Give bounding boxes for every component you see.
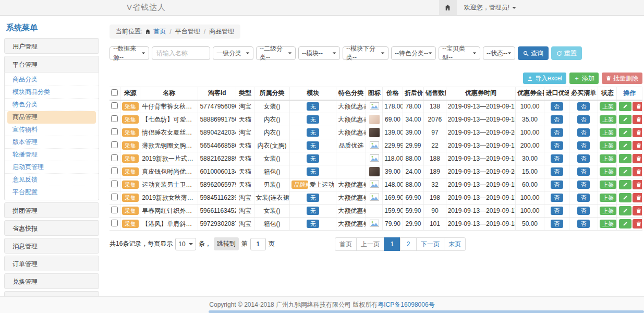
filter-select[interactable]: --状态-- [483, 46, 515, 60]
sidebar-panel-header[interactable]: 消息管理 [4, 238, 99, 254]
must-buy-toggle[interactable]: 否 [577, 180, 590, 189]
must-buy-toggle[interactable]: 否 [577, 207, 590, 215]
sidebar-panel-header[interactable]: 省惠快报 [4, 220, 99, 236]
sidebar-item[interactable]: 版本管理 [5, 136, 99, 149]
reset-button[interactable]: 重置 [551, 46, 582, 60]
must-buy-toggle[interactable]: 否 [577, 154, 590, 163]
sidebar-panel-header[interactable]: 统计管理 [4, 291, 99, 296]
import-select-toggle[interactable]: 否 [551, 180, 563, 189]
jump-button[interactable]: 跳转到 [214, 237, 239, 250]
status-badge[interactable]: 上架 [600, 194, 616, 202]
edit-button[interactable] [619, 206, 631, 215]
status-badge[interactable]: 上架 [600, 220, 616, 228]
sidebar-item[interactable]: 模块商品分类 [5, 86, 99, 99]
import-select-toggle[interactable]: 否 [551, 102, 563, 111]
must-buy-toggle[interactable]: 否 [577, 194, 590, 202]
status-badge[interactable]: 上架 [600, 180, 616, 189]
select-all-checkbox[interactable] [111, 89, 118, 96]
import-select-toggle[interactable]: 否 [551, 141, 563, 150]
page-button[interactable]: 首页 [335, 237, 357, 251]
delete-button[interactable] [633, 141, 642, 150]
delete-button[interactable] [633, 193, 642, 202]
filter-select[interactable]: --模块-- [298, 46, 340, 60]
sidebar-panel-header[interactable]: 拼团管理 [4, 202, 99, 218]
add-button[interactable]: ＋ 添加 [569, 73, 599, 84]
name-search-input[interactable] [152, 46, 210, 60]
import-select-toggle[interactable]: 否 [551, 194, 563, 202]
row-checkbox[interactable] [111, 141, 118, 148]
module-none-badge[interactable]: 无 [307, 167, 319, 176]
status-badge[interactable]: 上架 [600, 128, 616, 137]
import-select-toggle[interactable]: 否 [551, 128, 563, 137]
edit-button[interactable] [619, 193, 631, 202]
filter-select[interactable]: --模块下分类-- [343, 46, 388, 60]
row-checkbox[interactable] [111, 154, 118, 161]
sidebar-item[interactable]: 宣传物料 [5, 124, 99, 136]
delete-button[interactable] [633, 167, 642, 176]
import-select-toggle[interactable]: 否 [551, 220, 563, 228]
filter-select[interactable]: --宝贝类型-- [439, 46, 480, 60]
module-none-badge[interactable]: 无 [307, 102, 319, 111]
row-checkbox[interactable] [111, 115, 118, 122]
edit-button[interactable] [619, 128, 631, 137]
filter-select[interactable]: --二级分类-- [256, 46, 296, 60]
edit-button[interactable] [619, 115, 631, 124]
sidebar-item[interactable]: 轮播管理 [5, 149, 99, 161]
module-none-badge[interactable]: 无 [307, 207, 319, 215]
edit-button[interactable] [619, 219, 631, 228]
module-none-badge[interactable]: 无 [307, 194, 319, 202]
page-button[interactable]: 上一页 [356, 237, 384, 251]
delete-button[interactable] [633, 180, 642, 189]
sidebar-item[interactable]: 商品管理 [7, 111, 96, 124]
user-menu[interactable]: 欢迎您，管理员! [464, 3, 516, 12]
per-page-select[interactable]: 10 [175, 238, 196, 250]
row-checkbox[interactable] [111, 180, 118, 187]
module-none-badge[interactable]: 无 [307, 115, 319, 124]
row-checkbox[interactable] [111, 128, 118, 135]
must-buy-toggle[interactable]: 否 [577, 128, 590, 137]
page-button[interactable]: 1 [384, 237, 400, 251]
edit-button[interactable] [619, 154, 631, 163]
delete-button[interactable] [633, 154, 642, 163]
filter-select[interactable]: --特色分类-- [391, 46, 436, 60]
must-buy-toggle[interactable]: 否 [577, 102, 590, 111]
edit-button[interactable] [619, 180, 631, 189]
sidebar-panel-header[interactable]: 订单管理 [4, 256, 99, 271]
must-buy-toggle[interactable]: 否 [577, 220, 590, 228]
status-badge[interactable]: 上架 [600, 207, 616, 215]
status-badge[interactable]: 上架 [600, 102, 616, 111]
module-badge[interactable]: 品牌精选 [291, 180, 308, 189]
icp-link[interactable]: 粤ICP备16098006号 [378, 300, 434, 309]
delete-button[interactable] [633, 128, 642, 137]
edit-button[interactable] [619, 167, 631, 176]
edit-button[interactable] [619, 102, 631, 111]
row-checkbox[interactable] [111, 194, 118, 200]
delete-button[interactable] [633, 219, 642, 228]
page-button[interactable]: 下一页 [416, 237, 444, 251]
filter-select[interactable]: --数据来源-- [110, 46, 149, 60]
import-select-toggle[interactable]: 否 [551, 115, 563, 124]
sidebar-item[interactable]: 商品分类 [5, 74, 99, 86]
sidebar-panel-header[interactable]: 用户管理 [4, 38, 99, 54]
status-badge[interactable]: 上架 [600, 167, 616, 176]
filter-select[interactable]: 一级分类 [213, 46, 253, 60]
module-none-badge[interactable]: 无 [307, 220, 319, 228]
sidebar-item[interactable]: 平台配置 [5, 186, 99, 199]
module-none-badge[interactable]: 无 [307, 141, 319, 150]
status-badge[interactable]: 上架 [600, 115, 616, 124]
import-select-toggle[interactable]: 否 [551, 154, 563, 163]
row-checkbox[interactable] [111, 102, 118, 109]
edit-button[interactable] [619, 141, 631, 150]
sidebar-item[interactable]: 特色分类 [5, 99, 99, 111]
delete-button[interactable] [633, 102, 642, 111]
sidebar-panel-header[interactable]: 兑换管理 [4, 273, 99, 289]
import-select-toggle[interactable]: 否 [551, 167, 563, 176]
breadcrumb-home-link[interactable]: 首页 [153, 27, 166, 36]
home-button[interactable] [439, 0, 457, 15]
row-checkbox[interactable] [111, 167, 118, 174]
sidebar-item[interactable]: 启动页管理 [5, 161, 99, 174]
delete-button[interactable] [633, 115, 642, 124]
page-button[interactable]: 末页 [444, 237, 466, 251]
sidebar-panel-header[interactable]: 平台管理 [4, 56, 99, 73]
batch-delete-button[interactable]: 批量删除 [602, 73, 642, 84]
